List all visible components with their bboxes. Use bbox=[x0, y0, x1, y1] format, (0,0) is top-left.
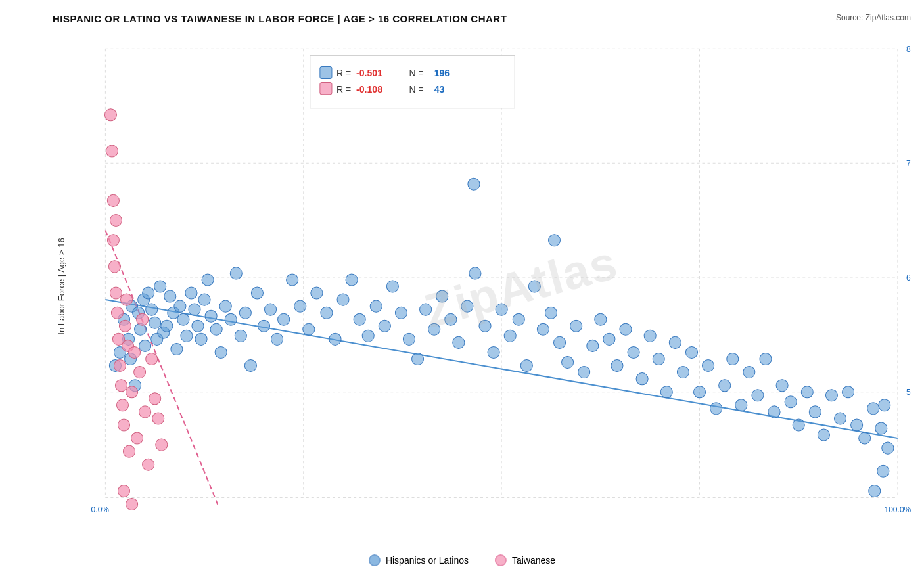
svg-point-61 bbox=[258, 320, 269, 332]
svg-point-83 bbox=[436, 290, 448, 302]
svg-point-91 bbox=[504, 330, 516, 342]
svg-point-50 bbox=[202, 274, 214, 286]
svg-point-104 bbox=[611, 360, 623, 372]
svg-point-161 bbox=[137, 313, 149, 325]
svg-point-38 bbox=[161, 320, 173, 332]
svg-point-85 bbox=[453, 336, 465, 348]
svg-point-88 bbox=[479, 320, 491, 332]
svg-point-100 bbox=[578, 367, 590, 378]
svg-text:-0.108: -0.108 bbox=[356, 84, 382, 95]
svg-point-63 bbox=[271, 333, 283, 345]
svg-point-45 bbox=[185, 287, 197, 299]
svg-point-166 bbox=[152, 413, 164, 424]
svg-point-128 bbox=[809, 406, 821, 418]
svg-point-151 bbox=[116, 399, 128, 411]
y-axis-label: In Labor Force | Age > 16 bbox=[57, 238, 66, 334]
svg-point-103 bbox=[603, 333, 615, 345]
svg-point-125 bbox=[785, 396, 797, 408]
svg-point-131 bbox=[834, 413, 846, 424]
svg-point-97 bbox=[554, 336, 566, 348]
svg-text:R =: R = bbox=[336, 68, 351, 78]
svg-point-98 bbox=[562, 356, 574, 368]
svg-point-144 bbox=[107, 235, 119, 246]
svg-point-69 bbox=[321, 307, 333, 319]
svg-point-108 bbox=[644, 330, 656, 342]
svg-point-121 bbox=[752, 390, 764, 401]
svg-point-146 bbox=[110, 287, 122, 299]
svg-point-140 bbox=[877, 465, 889, 477]
svg-point-145 bbox=[108, 261, 120, 273]
svg-point-163 bbox=[143, 459, 154, 470]
svg-point-158 bbox=[129, 346, 141, 358]
svg-point-118 bbox=[727, 353, 739, 365]
svg-point-49 bbox=[198, 294, 210, 305]
svg-point-89 bbox=[488, 346, 499, 358]
svg-rect-10 bbox=[310, 55, 515, 108]
svg-point-53 bbox=[215, 346, 227, 358]
svg-point-113 bbox=[685, 346, 697, 358]
svg-point-72 bbox=[346, 274, 358, 286]
chart-title: HISPANIC OR LATINO VS TAIWANESE IN LABOR… bbox=[53, 13, 911, 24]
svg-point-133 bbox=[851, 419, 863, 431]
svg-point-95 bbox=[537, 323, 549, 335]
svg-point-129 bbox=[818, 429, 829, 441]
svg-point-66 bbox=[294, 300, 306, 312]
svg-point-80 bbox=[412, 353, 424, 365]
svg-point-76 bbox=[379, 320, 390, 332]
scatter-plot-svg: .axis-label { font-family: Arial, sans-s… bbox=[53, 30, 911, 543]
svg-point-32 bbox=[143, 287, 154, 299]
svg-point-84 bbox=[445, 313, 457, 325]
svg-point-92 bbox=[513, 313, 524, 325]
svg-point-51 bbox=[205, 310, 217, 322]
svg-point-164 bbox=[146, 353, 158, 365]
svg-point-82 bbox=[428, 323, 440, 335]
svg-point-96 bbox=[545, 307, 557, 319]
svg-text:N =: N = bbox=[409, 68, 423, 78]
svg-point-90 bbox=[496, 304, 507, 315]
svg-point-110 bbox=[660, 386, 672, 398]
svg-point-152 bbox=[118, 419, 129, 431]
svg-point-172 bbox=[126, 498, 138, 510]
y-label-65: 65.0% bbox=[906, 273, 911, 282]
svg-point-157 bbox=[126, 386, 138, 398]
svg-point-57 bbox=[235, 330, 246, 342]
svg-point-111 bbox=[669, 336, 681, 348]
svg-point-122 bbox=[760, 353, 772, 365]
svg-point-112 bbox=[677, 367, 689, 378]
svg-point-142 bbox=[548, 235, 560, 246]
svg-point-31 bbox=[139, 340, 151, 351]
svg-text:N =: N = bbox=[409, 84, 423, 95]
svg-point-81 bbox=[420, 304, 432, 315]
svg-point-87 bbox=[469, 267, 481, 279]
svg-point-101 bbox=[587, 340, 599, 351]
svg-rect-16 bbox=[320, 83, 332, 95]
svg-point-75 bbox=[370, 300, 382, 312]
svg-point-109 bbox=[653, 353, 664, 365]
svg-point-167 bbox=[156, 439, 168, 451]
legend-item-hispanic: Hispanics or Latinos bbox=[369, 554, 469, 566]
svg-point-58 bbox=[239, 307, 251, 319]
svg-point-137 bbox=[879, 399, 890, 411]
svg-point-168 bbox=[104, 109, 116, 121]
chart-area: ZipAtlas .axis-label { font-family: Aria… bbox=[53, 30, 911, 543]
svg-point-116 bbox=[710, 403, 722, 415]
legend-label-hispanic: Hispanics or Latinos bbox=[386, 555, 469, 566]
y-label-80: 80.0% bbox=[906, 45, 911, 54]
svg-point-120 bbox=[743, 367, 755, 378]
svg-point-44 bbox=[181, 330, 193, 342]
svg-point-141 bbox=[468, 178, 480, 190]
x-label-0: 0.0% bbox=[91, 505, 110, 514]
svg-point-47 bbox=[192, 320, 204, 332]
svg-text:43: 43 bbox=[434, 84, 445, 95]
svg-point-107 bbox=[636, 373, 648, 385]
svg-point-54 bbox=[219, 300, 231, 312]
svg-point-42 bbox=[174, 300, 186, 312]
svg-point-117 bbox=[719, 380, 731, 392]
svg-point-55 bbox=[225, 313, 237, 325]
svg-point-60 bbox=[251, 287, 263, 299]
svg-point-70 bbox=[329, 333, 341, 345]
svg-point-130 bbox=[825, 390, 837, 401]
svg-point-48 bbox=[195, 333, 207, 345]
legend-dot-taiwanese bbox=[495, 554, 507, 566]
legend-label-taiwanese: Taiwanese bbox=[512, 555, 555, 566]
